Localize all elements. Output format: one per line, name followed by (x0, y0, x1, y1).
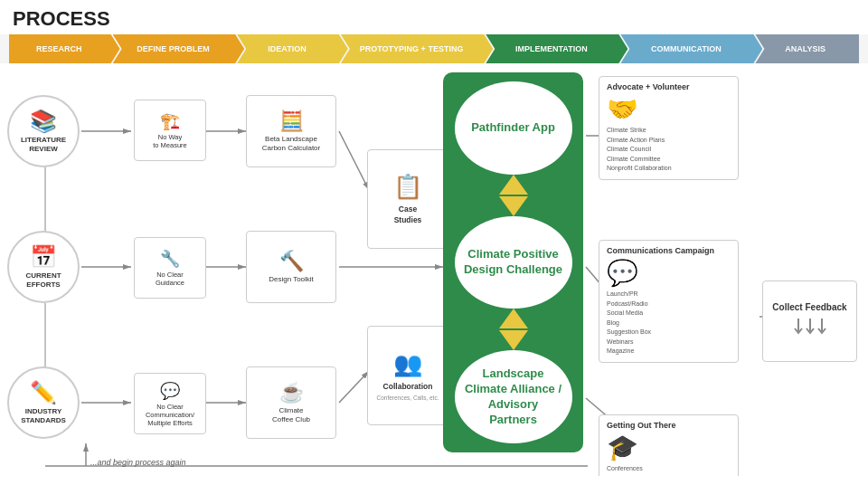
download-arrows-icon (792, 317, 828, 342)
solution-box-1: 🧮 Beta LandscapeCarbon Calculator (246, 95, 336, 167)
problem-icon-1: 🏗️ (160, 111, 180, 131)
circle-literature-review: 📚 LITERATURE REVIEW (7, 95, 80, 167)
handshake-icon: 🤝 (607, 94, 731, 124)
collect-feedback-box: Collect Feedback (762, 281, 857, 362)
coffee-icon: ☕ (279, 381, 304, 404)
right-item-advocate: Advocate + Volunteer 🤝 Climate Strike Cl… (599, 76, 739, 180)
page-title: PROCESS (0, 0, 868, 34)
chat-icon: 💬 (607, 258, 731, 288)
main-diagram: 📚 LITERATURE REVIEW 📅 CURRENT EFFORTS ✏️… (0, 63, 868, 476)
circle-industry-standards: ✏️ INDUSTRY STANDARDS (7, 366, 80, 439)
step-prototyping: PROTOTYPING + TESTING (341, 34, 486, 63)
toolkit-icon: 🔨 (279, 250, 304, 273)
green-center-column: Pathfinder App Climate Positive Design C… (443, 72, 583, 452)
presentation-icon: 🎓 (607, 433, 731, 462)
landscape-alliance-circle: Landscape Climate Alliance / Advisory Pa… (455, 350, 572, 443)
problem-icon-2: 🔧 (160, 249, 180, 269)
pencil-icon: ✏️ (30, 380, 57, 405)
diamond-up-icon (499, 175, 528, 195)
step-research: RESEARCH (9, 34, 113, 63)
calendar-icon: 📅 (30, 244, 57, 270)
diamond-separator-1 (499, 175, 528, 216)
step-ideation: IDEATION (237, 34, 341, 63)
step-implementation: IMPLEMENTATION (486, 34, 620, 63)
step-define: DEFINE PROBLEM (113, 34, 238, 63)
problem-box-2: 🔧 No ClearGuidance (134, 237, 206, 299)
right-item-communications: Communications Campaign 💬 Launch/PR Podc… (599, 240, 739, 363)
casestudy-icon: 📋 (393, 173, 422, 201)
process-bar: RESEARCH DEFINE PROBLEM IDEATION PROTOTY… (0, 34, 868, 63)
circle-current-efforts: 📅 CURRENT EFFORTS (7, 231, 80, 303)
book-icon: 📚 (30, 109, 57, 134)
diamond-down-icon-2 (499, 330, 528, 350)
problem-box-3: 💬 No ClearCommunication/Multiple Efforts (134, 373, 206, 434)
problem-icon-3: 💬 (160, 381, 180, 401)
step-analysis: ANALYSIS (755, 34, 859, 63)
step-communication: COMMUNICATION (620, 34, 755, 63)
diamond-separator-2 (499, 309, 528, 350)
diamond-up-icon-2 (499, 309, 528, 328)
solution-box-2: 🔨 Design Toolkit (246, 231, 336, 303)
case-studies-box: 📋 CaseStudies (367, 149, 448, 249)
right-item-getting-out-there: Getting Out There 🎓 Conferences Universi… (599, 414, 739, 476)
svg-line-7 (339, 131, 369, 190)
problem-box-1: 🏗️ No Wayto Measure (134, 100, 206, 161)
pathfinder-circle: Pathfinder App (455, 81, 572, 175)
diamond-down-icon (499, 196, 528, 216)
collab-icon: 👥 (393, 350, 422, 378)
solution-box-3: ☕ ClimateCoffee Club (246, 366, 336, 439)
climate-positive-circle: Climate Positive Design Challenge (455, 216, 572, 309)
calculator-icon: 🧮 (279, 109, 304, 133)
bottom-text: ...and begin process again (90, 458, 186, 467)
collaboration-box: 👥 Collaboration Conferences, Calls, etc. (367, 326, 448, 425)
svg-line-9 (339, 371, 369, 403)
